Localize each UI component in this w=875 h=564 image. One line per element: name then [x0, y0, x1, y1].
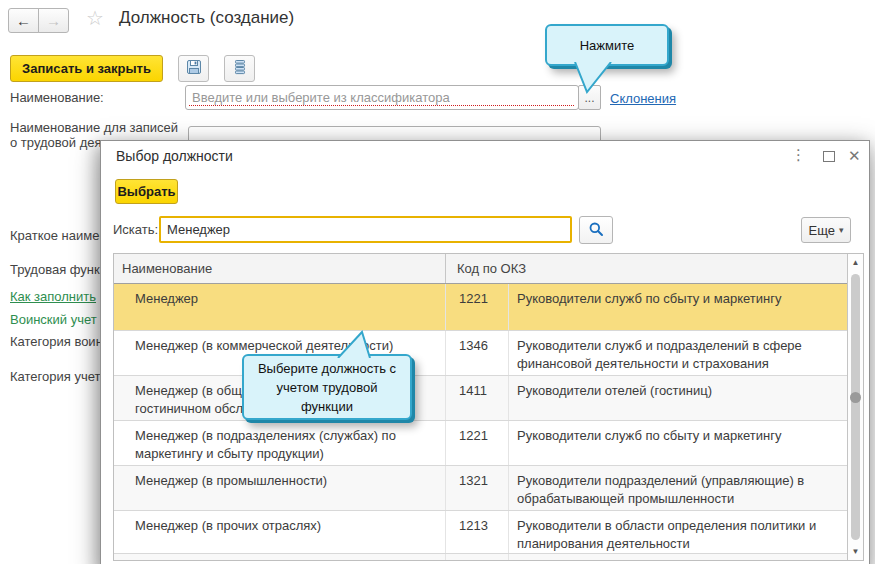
- row-name: Менеджер: [114, 284, 445, 330]
- table-row[interactable]: Менеджер (в сельском, охотничьем, лесном…: [114, 554, 849, 560]
- row-name: Менеджер (в подразделениях (службах) по …: [114, 421, 445, 465]
- scroll-up-icon[interactable]: ▲: [848, 258, 863, 267]
- row-okz-code: 1219: [445, 554, 509, 560]
- table-header: Наименование Код по ОКЗ: [114, 254, 849, 284]
- military-section-header: Воинский учет: [10, 312, 97, 327]
- row-okz-code: 1346: [445, 331, 509, 375]
- window-menu-icon[interactable]: ⋮: [791, 146, 806, 164]
- maximize-icon[interactable]: [823, 151, 835, 162]
- column-divider[interactable]: [445, 254, 446, 283]
- vertical-scrollbar[interactable]: ▲ ▼: [847, 254, 863, 560]
- row-okz-code: 1213: [445, 511, 509, 553]
- table-rows: Менеджер1221Руководители служб по сбыту …: [114, 284, 849, 560]
- scrollbar-grip[interactable]: [850, 392, 861, 403]
- declension-link[interactable]: Склонения: [610, 91, 676, 106]
- how-to-fill-link[interactable]: Как заполнить: [10, 289, 96, 304]
- close-icon[interactable]: ✕: [848, 147, 861, 165]
- search-input[interactable]: [159, 216, 572, 243]
- table-row[interactable]: Менеджер (в подразделениях (службах) по …: [114, 421, 849, 466]
- row-okz-desc: Руководители служб и подразделений в сфе…: [509, 331, 848, 375]
- table-row[interactable]: Менеджер (в коммерческой деятельности)13…: [114, 331, 849, 376]
- row-okz-desc: Руководители служб по сбыту и маркетингу: [509, 284, 848, 330]
- select-button[interactable]: Выбрать: [115, 179, 178, 204]
- related-list-button[interactable]: [224, 55, 255, 82]
- row-okz-code: 1221: [445, 421, 509, 465]
- forward-arrow-icon: →: [46, 12, 61, 29]
- save-button[interactable]: [178, 55, 209, 82]
- more-button-label: Еще: [809, 223, 835, 238]
- column-header-okz-code[interactable]: Код по ОКЗ: [457, 261, 526, 276]
- press-callout-tail: [565, 62, 615, 96]
- position-select-dialog: Выбор должности ⋮ ✕ Выбрать Искать: Еще …: [100, 140, 870, 564]
- select-position-callout-tail: [330, 330, 376, 358]
- table-row[interactable]: Менеджер (в промышленности)1321Руководит…: [114, 466, 849, 511]
- page-title: Должность (создание): [119, 8, 294, 28]
- select-position-callout-text: Выберите должность с учетом трудовой фун…: [254, 359, 400, 416]
- row-okz-desc: Управляющие финансово-экономической и ад…: [509, 554, 848, 560]
- row-okz-desc: Руководители отелей (гостиниц): [509, 376, 848, 420]
- required-field-marker: [189, 105, 574, 106]
- scrollbar-thumb[interactable]: [851, 274, 860, 540]
- row-okz-desc: Руководители подразделений (управляющие)…: [509, 466, 848, 510]
- row-name: Менеджер (в сельском, охотничьем, лесном…: [114, 554, 445, 560]
- press-callout: Нажмите: [545, 24, 669, 66]
- row-okz-code: 1411: [445, 376, 509, 420]
- row-okz-desc: Руководители служб по сбыту и маркетингу: [509, 421, 848, 465]
- scroll-down-icon[interactable]: ▼: [848, 547, 863, 556]
- name-field-label: Наименование:: [10, 90, 104, 105]
- nav-history-group: ← →: [8, 8, 69, 33]
- more-button[interactable]: Еще ▾: [801, 217, 851, 243]
- select-position-callout: Выберите должность с учетом трудовой фун…: [242, 354, 412, 420]
- floppy-disk-icon: [186, 59, 202, 78]
- row-okz-code: 1321: [445, 466, 509, 510]
- magnifier-icon: [588, 221, 604, 240]
- save-and-close-button[interactable]: Записать и закрыть: [10, 55, 163, 82]
- table-row[interactable]: Менеджер (в общественном питании и гости…: [114, 376, 849, 421]
- row-name: Менеджер (в прочих отраслях): [114, 511, 445, 553]
- name-input[interactable]: [185, 85, 579, 110]
- work-records-name-label-line1: Наименование для записей: [10, 120, 178, 135]
- account-category-label: Категория учета:: [10, 369, 111, 384]
- search-button[interactable]: [579, 216, 613, 244]
- table-row[interactable]: Менеджер1221Руководители служб по сбыту …: [114, 284, 849, 331]
- column-header-name[interactable]: Наименование: [122, 261, 212, 276]
- row-okz-desc: Руководители в области определения полит…: [509, 511, 848, 553]
- chevron-down-icon: ▾: [839, 225, 844, 235]
- positions-table: Наименование Код по ОКЗ Менеджер1221Руко…: [113, 253, 864, 561]
- table-row[interactable]: Менеджер (в прочих отраслях)1213Руководи…: [114, 511, 849, 554]
- favorite-star-icon[interactable]: ☆: [86, 6, 104, 30]
- back-button[interactable]: ←: [8, 8, 39, 33]
- dialog-title: Выбор должности: [116, 148, 233, 164]
- back-arrow-icon: ←: [16, 12, 31, 29]
- search-label: Искать:: [113, 222, 158, 237]
- stacked-list-icon: [232, 59, 248, 78]
- row-okz-code: 1221: [445, 284, 509, 330]
- row-name: Менеджер (в промышленности): [114, 466, 445, 510]
- forward-button[interactable]: →: [38, 8, 69, 33]
- press-callout-text: Нажмите: [580, 38, 635, 53]
